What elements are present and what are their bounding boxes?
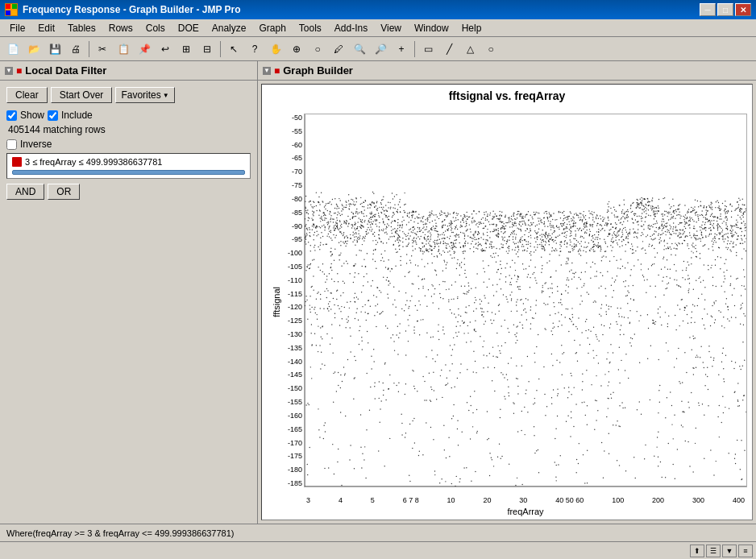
menu-tools[interactable]: Tools [293, 21, 328, 35]
or-button[interactable]: OR [48, 184, 80, 200]
svg-point-3085 [340, 387, 341, 388]
filter-slider[interactable] [12, 170, 245, 175]
menu-doe[interactable]: DOE [172, 21, 206, 35]
svg-point-3896 [476, 273, 477, 274]
tool-cut[interactable]: ✂ [93, 40, 112, 58]
svg-point-1326 [732, 294, 733, 295]
svg-point-2757 [588, 217, 589, 218]
svg-point-2203 [560, 223, 561, 224]
tool-poly[interactable]: △ [460, 40, 480, 58]
svg-point-651 [409, 217, 409, 217]
restore-button[interactable]: □ [717, 3, 733, 16]
svg-point-3736 [528, 242, 529, 242]
svg-point-1771 [737, 201, 737, 202]
menu-analyze[interactable]: Analyze [206, 21, 253, 35]
svg-point-708 [693, 235, 694, 236]
status-icon-1[interactable]: ⬆ [690, 545, 704, 557]
tool-paste[interactable]: 📌 [135, 40, 154, 58]
svg-point-664 [480, 223, 481, 224]
favorites-button[interactable]: Favorites ▼ [115, 87, 174, 103]
tool-arrow[interactable]: ↖ [224, 40, 243, 58]
tool-help[interactable]: ? [245, 40, 264, 58]
svg-point-3883 [730, 251, 731, 251]
svg-point-2709 [642, 234, 643, 234]
inverse-checkbox[interactable] [6, 139, 17, 150]
svg-point-3583 [513, 412, 514, 413]
menu-tables[interactable]: Tables [61, 21, 102, 35]
svg-point-1926 [601, 260, 602, 261]
svg-point-214 [742, 204, 743, 205]
start-over-button[interactable]: Start Over [51, 87, 113, 103]
include-checkbox[interactable] [48, 110, 58, 121]
svg-point-2571 [340, 252, 341, 253]
svg-point-1222 [408, 341, 409, 342]
show-checkbox[interactable] [6, 110, 17, 121]
tool-save[interactable]: 💾 [45, 40, 64, 58]
close-button[interactable]: ✕ [735, 3, 751, 16]
svg-point-2807 [388, 388, 388, 389]
svg-point-777 [604, 450, 604, 451]
tool-line[interactable]: ╱ [439, 40, 459, 58]
menu-help[interactable]: Help [455, 21, 488, 35]
tool-plus[interactable]: + [392, 40, 411, 58]
svg-point-3248 [630, 337, 631, 338]
svg-point-3202 [309, 217, 309, 218]
menu-edit[interactable]: Edit [31, 21, 61, 35]
svg-point-1192 [565, 228, 566, 229]
svg-point-2401 [385, 325, 386, 326]
svg-point-3609 [466, 312, 467, 313]
tool-open[interactable]: 📂 [24, 40, 44, 58]
svg-point-377 [458, 213, 459, 214]
svg-point-1815 [383, 277, 384, 278]
status-icon-3[interactable]: ▼ [722, 545, 737, 557]
tool-grab[interactable]: ✋ [266, 40, 285, 58]
menu-cols[interactable]: Cols [139, 21, 172, 35]
tool-ellipse[interactable]: ○ [481, 40, 501, 58]
tool-table[interactable]: ⊞ [177, 40, 196, 58]
svg-point-3876 [476, 288, 476, 288]
tool-col[interactable]: ⊟ [197, 40, 217, 58]
svg-point-338 [329, 226, 330, 227]
menu-view[interactable]: View [374, 21, 408, 35]
svg-point-3097 [404, 205, 405, 205]
svg-point-1128 [701, 232, 702, 233]
svg-point-3659 [413, 211, 414, 212]
svg-point-2088 [654, 248, 654, 249]
svg-point-962 [512, 219, 513, 220]
tool-lasso[interactable]: ○ [308, 40, 327, 58]
menu-window[interactable]: Window [408, 21, 455, 35]
svg-point-801 [464, 285, 465, 286]
and-button[interactable]: AND [6, 184, 44, 200]
tool-brush[interactable]: 🖊 [329, 40, 348, 58]
menu-rows[interactable]: Rows [102, 21, 139, 35]
tool-new[interactable]: 📄 [3, 40, 23, 58]
tool-frame[interactable]: ▭ [418, 40, 438, 58]
menu-addins[interactable]: Add-Ins [328, 21, 374, 35]
clear-button[interactable]: Clear [6, 87, 48, 103]
tool-copy[interactable]: 📋 [114, 40, 133, 58]
svg-point-307 [328, 222, 329, 222]
svg-point-1673 [446, 245, 447, 246]
svg-point-3638 [744, 242, 745, 242]
left-panel-toggle[interactable]: ▼ [5, 67, 13, 75]
svg-point-791 [377, 288, 378, 288]
right-panel-toggle[interactable]: ▼ [263, 67, 271, 75]
menu-file[interactable]: File [3, 21, 31, 35]
tool-print[interactable]: 🖨 [66, 40, 85, 58]
tool-undo[interactable]: ↩ [156, 40, 175, 58]
minimize-button[interactable]: ─ [700, 3, 716, 16]
svg-point-1541 [363, 222, 364, 222]
tool-magnify[interactable]: 🔍 [350, 40, 369, 58]
status-icon-4[interactable]: ≡ [738, 545, 753, 557]
svg-point-1381 [648, 268, 649, 269]
status-icon-2[interactable]: ☰ [706, 545, 721, 557]
tool-crosshair[interactable]: ⊕ [287, 40, 306, 58]
svg-point-536 [596, 225, 597, 226]
menu-graph[interactable]: Graph [252, 21, 292, 35]
svg-point-1277 [417, 217, 417, 217]
tool-zoomout[interactable]: 🔎 [371, 40, 390, 58]
svg-point-1452 [492, 346, 493, 347]
svg-point-1631 [694, 234, 695, 235]
svg-point-629 [485, 239, 486, 240]
svg-point-1532 [457, 429, 458, 429]
